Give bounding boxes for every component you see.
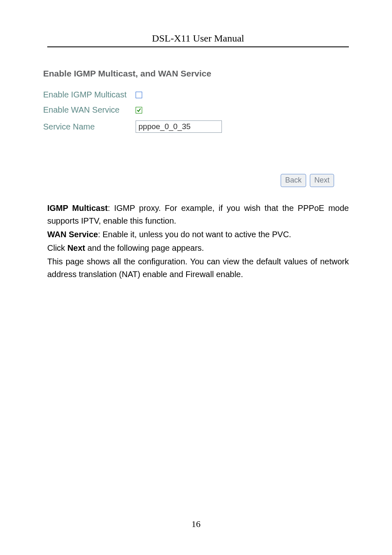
- row-wan: Enable WAN Service: [43, 105, 349, 115]
- wan-term: WAN Service: [47, 230, 98, 239]
- panel-title: Enable IGMP Multicast, and WAN Service: [43, 69, 349, 79]
- row-igmp: Enable IGMP Multicast: [43, 90, 349, 99]
- wan-service-label: Enable WAN Service: [43, 105, 136, 115]
- page-number: 16: [0, 519, 392, 530]
- wan-service-checkbox[interactable]: [136, 107, 142, 113]
- service-name-label: Service Name: [43, 122, 136, 132]
- next-button[interactable]: Next: [310, 174, 334, 187]
- igmp-term: IGMP Multicast: [47, 204, 108, 213]
- ui-panel: Enable IGMP Multicast, and WAN Service E…: [43, 64, 349, 187]
- service-name-input[interactable]: [136, 120, 222, 133]
- next-term: Next: [67, 243, 85, 252]
- click-pre: Click: [47, 243, 67, 252]
- document-header-title: DSL-X11 User Manual: [47, 33, 349, 47]
- check-icon: [136, 108, 141, 113]
- igmp-multicast-label: Enable IGMP Multicast: [43, 90, 136, 99]
- row-service-name: Service Name: [43, 120, 349, 133]
- button-row: Back Next: [43, 174, 334, 187]
- back-button[interactable]: Back: [281, 174, 306, 187]
- body-text: IGMP Multicast: IGMP proxy. For example,…: [47, 202, 349, 281]
- wan-desc: : Enable it, unless you do not want to a…: [98, 230, 291, 239]
- click-post: and the following page appears.: [85, 243, 204, 252]
- summary-para: This page shows all the configuration. Y…: [47, 255, 349, 281]
- igmp-multicast-checkbox[interactable]: [136, 92, 142, 98]
